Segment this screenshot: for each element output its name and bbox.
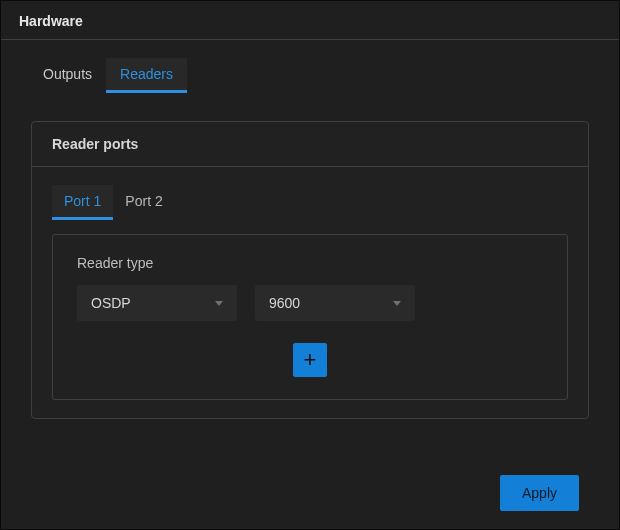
apply-button[interactable]: Apply bbox=[500, 475, 579, 511]
tab-label: Readers bbox=[120, 66, 173, 82]
plus-icon: + bbox=[304, 347, 317, 373]
add-reader-button[interactable]: + bbox=[293, 343, 327, 377]
main-tabs: Outputs Readers bbox=[1, 40, 619, 95]
add-row: + bbox=[77, 343, 543, 377]
footer: Apply bbox=[1, 475, 619, 529]
port-tabs: Port 1 Port 2 bbox=[32, 167, 588, 220]
baud-rate-select[interactable]: 9600 bbox=[255, 285, 415, 321]
select-row: OSDP 9600 bbox=[77, 285, 543, 321]
tab-port-1[interactable]: Port 1 bbox=[52, 185, 113, 220]
tab-outputs[interactable]: Outputs bbox=[29, 58, 106, 93]
chevron-down-icon bbox=[393, 301, 401, 306]
tab-port-2[interactable]: Port 2 bbox=[113, 185, 174, 220]
tab-readers[interactable]: Readers bbox=[106, 58, 187, 93]
reader-type-label: Reader type bbox=[77, 255, 543, 271]
card-title: Reader ports bbox=[32, 122, 588, 167]
button-label: Apply bbox=[522, 485, 557, 501]
panel-title: Hardware bbox=[1, 1, 619, 40]
reader-ports-card: Reader ports Port 1 Port 2 Reader type O… bbox=[31, 121, 589, 419]
select-value: OSDP bbox=[91, 295, 131, 311]
port-config: Reader type OSDP 9600 + bbox=[52, 234, 568, 400]
tab-label: Port 2 bbox=[125, 193, 162, 209]
tab-label: Port 1 bbox=[64, 193, 101, 209]
reader-type-select[interactable]: OSDP bbox=[77, 285, 237, 321]
tab-label: Outputs bbox=[43, 66, 92, 82]
hardware-panel: Hardware Outputs Readers Reader ports Po… bbox=[0, 0, 620, 530]
chevron-down-icon bbox=[215, 301, 223, 306]
select-value: 9600 bbox=[269, 295, 300, 311]
